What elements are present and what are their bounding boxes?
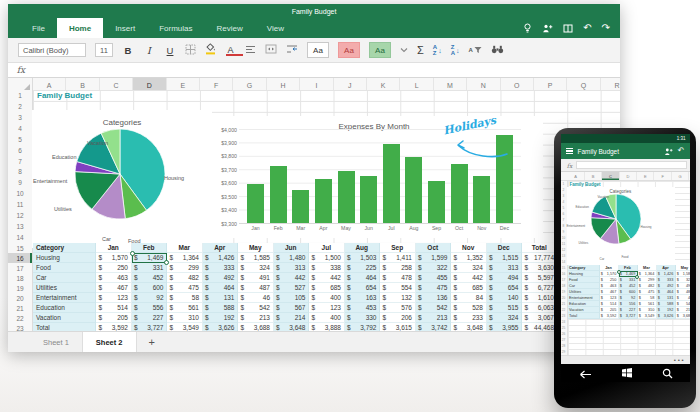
cell[interactable]: $542 — [416, 303, 452, 313]
cell[interactable]: $3,727 — [619, 313, 638, 319]
cell[interactable]: $3,792 — [345, 323, 381, 331]
cell[interactable]: $3,742 — [416, 323, 452, 331]
fill-color-icon[interactable] — [205, 43, 216, 57]
cell[interactable]: $258 — [380, 263, 416, 273]
cell[interactable]: $3,688 — [238, 323, 274, 331]
cell[interactable]: $333 — [203, 263, 239, 273]
cell[interactable]: $3,549 — [167, 323, 203, 331]
row-header-9[interactable]: 9 — [8, 177, 32, 188]
cell[interactable]: $442 — [309, 273, 345, 283]
cell[interactable]: $3,630 — [522, 263, 558, 273]
windows-icon[interactable] — [621, 365, 633, 382]
cell[interactable]: $3,626 — [203, 323, 239, 331]
cell[interactable]: $1,411 — [380, 253, 416, 263]
cell[interactable]: $491 — [238, 273, 274, 283]
column-header-g[interactable]: G — [672, 172, 689, 180]
cell[interactable]: $1,500 — [309, 253, 345, 263]
cell[interactable]: $46 — [238, 293, 274, 303]
cell[interactable]: $3,688 — [676, 313, 690, 319]
autosum-icon[interactable]: Σ — [417, 44, 424, 56]
row-header-21[interactable]: 21 — [8, 303, 32, 313]
cell[interactable]: $313 — [487, 263, 523, 273]
row-header-18[interactable]: 18 — [8, 273, 32, 283]
row-header-15[interactable]: 15 — [8, 243, 32, 253]
row-header-1[interactable]: 1 — [8, 90, 32, 101]
cell[interactable]: $400 — [309, 293, 345, 303]
cell[interactable]: $205 — [96, 313, 132, 323]
sheet-tab-sheet-2[interactable]: Sheet 2 — [82, 332, 137, 352]
cell[interactable]: $685 — [451, 283, 487, 293]
cell[interactable]: $322 — [416, 263, 452, 273]
cell[interactable]: $213 — [238, 313, 274, 323]
font-name-select[interactable]: Calibri (Body) — [18, 43, 86, 57]
cell[interactable]: $442 — [451, 273, 487, 283]
cell-style-bad[interactable]: Aa — [338, 42, 360, 58]
cell[interactable]: $1,480 — [274, 253, 310, 263]
cell[interactable]: $1,610 — [522, 293, 558, 303]
cell[interactable]: $487 — [238, 283, 274, 293]
cell[interactable]: $400 — [309, 313, 345, 323]
cell[interactable]: $227 — [132, 313, 168, 323]
cell[interactable]: $453 — [345, 303, 381, 313]
row-header-23[interactable]: 23 — [8, 323, 32, 331]
bold-button[interactable]: B — [122, 45, 134, 56]
column-header-f[interactable]: F — [655, 172, 672, 180]
more-options-button[interactable]: • • • — [561, 355, 690, 364]
cell[interactable]: $3,727 — [132, 323, 168, 331]
row-header-20[interactable]: 20 — [8, 293, 32, 303]
cell[interactable]: $475 — [416, 283, 452, 293]
cell[interactable]: $3,888 — [309, 323, 345, 331]
cell[interactable]: $1,503 — [345, 253, 381, 263]
tab-formulas[interactable]: Formulas — [147, 18, 204, 38]
cell[interactable]: $3,626 — [657, 313, 676, 319]
cell[interactable]: $515 — [487, 303, 523, 313]
cell[interactable]: $105 — [274, 293, 310, 303]
cell[interactable]: $313 — [274, 263, 310, 273]
cell[interactable]: $324 — [451, 263, 487, 273]
cell[interactable]: $3,592 — [600, 313, 619, 319]
cell[interactable]: $494 — [487, 273, 523, 283]
column-header-d[interactable]: D — [620, 172, 637, 180]
sort-za-icon[interactable]: ZA ↓ — [451, 44, 460, 56]
italic-button[interactable]: I — [143, 45, 155, 56]
spreadsheet-grid[interactable]: 1234567891011121314151617181920212223 Fa… — [8, 90, 620, 331]
cell[interactable]: $324 — [487, 313, 523, 323]
wrap-icon[interactable] — [286, 44, 298, 56]
cell[interactable]: $6,063 — [522, 303, 558, 313]
cell[interactable]: $225 — [345, 263, 381, 273]
cell[interactable]: $556 — [132, 303, 168, 313]
row-header-2[interactable]: 2 — [8, 101, 32, 112]
cell[interactable]: $542 — [238, 303, 274, 313]
tab-home[interactable]: Home — [57, 18, 103, 38]
cell[interactable]: $214 — [274, 313, 310, 323]
cell[interactable]: $58 — [167, 293, 203, 303]
titlebar[interactable]: Family Budget — [8, 4, 620, 18]
tab-review[interactable]: Review — [204, 18, 254, 38]
cell[interactable]: $576 — [380, 303, 416, 313]
cell[interactable]: $514 — [96, 303, 132, 313]
cell[interactable]: Entertainment — [33, 293, 96, 303]
share-person-icon[interactable] — [664, 142, 673, 160]
cell[interactable]: $1,364 — [167, 253, 203, 263]
merge-icon[interactable] — [265, 44, 277, 56]
cell[interactable]: $3,592 — [96, 323, 132, 331]
cell[interactable]: $1,352 — [451, 253, 487, 263]
cell[interactable]: $213 — [416, 313, 452, 323]
cell[interactable]: Total — [33, 323, 96, 331]
borders-icon[interactable] — [185, 44, 196, 57]
cell[interactable]: $464 — [345, 273, 381, 283]
cell[interactable]: $3,549 — [638, 313, 657, 319]
cell[interactable]: $482 — [167, 273, 203, 283]
cell[interactable]: $527 — [274, 283, 310, 293]
pie-chart-object[interactable]: Categories HousingFoodCarUtilitiesEntert… — [32, 110, 212, 248]
cell[interactable]: $338 — [309, 263, 345, 273]
back-icon[interactable] — [578, 365, 592, 382]
cell[interactable]: $442 — [274, 273, 310, 283]
cell[interactable]: $492 — [203, 273, 239, 283]
cell[interactable]: Car — [33, 273, 96, 283]
cell[interactable]: $567 — [274, 303, 310, 313]
cell[interactable]: $331 — [132, 263, 168, 273]
cell[interactable]: $654 — [487, 283, 523, 293]
cell-style-good[interactable]: Aa — [369, 42, 391, 58]
row-header-17[interactable]: 17 — [8, 263, 32, 273]
